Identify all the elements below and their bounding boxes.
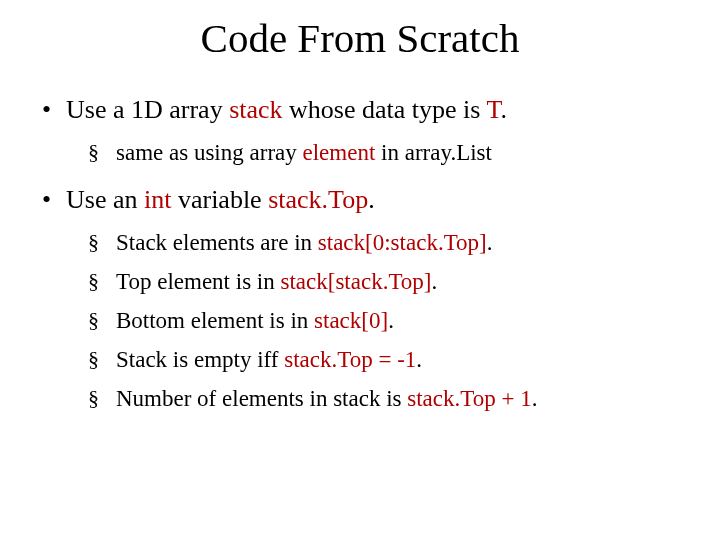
sub-bullet-2-4: Stack is empty iff stack.Top = -1. (66, 344, 680, 375)
sub-bullet-1-1: same as using array element in array.Lis… (66, 137, 680, 168)
text: Stack is empty iff (116, 347, 284, 372)
code-stacktop: stack.Top (268, 185, 368, 214)
sub-list-2: Stack elements are in stack[0:stack.Top]… (66, 227, 680, 414)
slide: Code From Scratch Use a 1D array stack w… (0, 0, 720, 540)
text: . (388, 308, 394, 333)
code: stack[stack.Top] (280, 269, 431, 294)
text: . (487, 230, 493, 255)
text: . (432, 269, 438, 294)
text: . (500, 95, 507, 124)
text: . (368, 185, 375, 214)
sub-bullet-2-3: Bottom element is in stack[0]. (66, 305, 680, 336)
text: Bottom element is in (116, 308, 314, 333)
code-stack: stack (229, 95, 282, 124)
sub-bullet-2-5: Number of elements in stack is stack.Top… (66, 383, 680, 414)
text: Stack elements are in (116, 230, 318, 255)
code: stack[0:stack.Top] (318, 230, 487, 255)
text: whose data type is (283, 95, 487, 124)
slide-title: Code From Scratch (40, 14, 680, 62)
code-element: element (303, 140, 376, 165)
text: variable (171, 185, 268, 214)
text: . (532, 386, 538, 411)
sub-list-1: same as using array element in array.Lis… (66, 137, 680, 168)
code: stack.Top = -1 (284, 347, 416, 372)
text: in array.List (375, 140, 492, 165)
sub-bullet-2-1: Stack elements are in stack[0:stack.Top]… (66, 227, 680, 258)
code-type-t: T (486, 95, 500, 124)
bullet-2: Use an int variable stack.Top. Stack ele… (40, 182, 680, 414)
text: same as using array (116, 140, 303, 165)
text: Use a 1D array (66, 95, 229, 124)
sub-bullet-2-2: Top element is in stack[stack.Top]. (66, 266, 680, 297)
code-int: int (144, 185, 171, 214)
text: Use an (66, 185, 144, 214)
bullet-list: Use a 1D array stack whose data type is … (40, 92, 680, 414)
text: Top element is in (116, 269, 280, 294)
text: Number of elements in stack is (116, 386, 407, 411)
code: stack[0] (314, 308, 388, 333)
text: . (416, 347, 422, 372)
code: stack.Top + 1 (407, 386, 531, 411)
bullet-1: Use a 1D array stack whose data type is … (40, 92, 680, 168)
